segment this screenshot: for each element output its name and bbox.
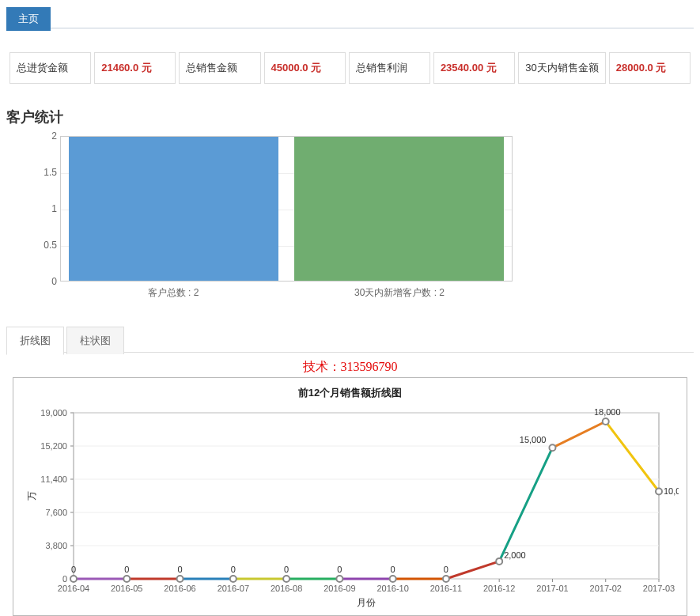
svg-point-64	[283, 576, 289, 582]
customer-bar-chart: 00.511.52 客户总数 : 230天内新增客户数 : 2	[30, 136, 513, 302]
line-chart-title: 前12个月销售额折线图	[13, 383, 687, 405]
purchase-value: 21460.0 元	[94, 52, 176, 84]
svg-text:0: 0	[284, 565, 289, 574]
profit-label: 总销售利润	[349, 52, 430, 84]
bar-ytick: 1.5	[44, 167, 57, 178]
sales-label: 总销售金额	[179, 52, 260, 84]
svg-point-76	[602, 418, 608, 425]
svg-point-74	[549, 444, 555, 451]
svg-text:11,400: 11,400	[40, 474, 67, 484]
svg-point-66	[336, 576, 342, 582]
svg-text:18,000: 18,000	[593, 407, 620, 417]
watermark-text: 技术：313596790	[6, 359, 694, 376]
customer-stats-title: 客户统计	[6, 108, 694, 127]
svg-text:2016-06: 2016-06	[164, 584, 195, 593]
page-tab-bar: 主页	[6, 6, 694, 28]
svg-point-78	[656, 488, 662, 494]
svg-text:万: 万	[26, 491, 37, 501]
svg-text:7,600: 7,600	[45, 508, 67, 517]
svg-point-60	[176, 576, 183, 582]
svg-line-54	[552, 421, 605, 448]
chart-type-tabs: 折线图 柱状图	[6, 326, 694, 353]
svg-point-72	[496, 558, 502, 565]
svg-text:2017-03: 2017-03	[642, 584, 674, 593]
svg-text:15,000: 15,000	[519, 435, 546, 444]
svg-point-58	[123, 576, 130, 582]
bar-0	[69, 137, 278, 281]
svg-text:0: 0	[230, 565, 235, 574]
line-chart-container: 前12个月销售额折线图 03,8007,60011,40015,20019,00…	[13, 377, 687, 616]
sales-line-chart: 03,8007,60011,40015,20019,0002016-042016…	[22, 405, 679, 610]
svg-text:0: 0	[443, 565, 448, 574]
bar-ytick: 0	[51, 276, 57, 287]
svg-text:15,200: 15,200	[40, 441, 67, 451]
svg-text:2016-12: 2016-12	[482, 584, 514, 593]
svg-point-56	[70, 576, 77, 582]
summary-stats: 总进货金额 21460.0 元 总销售金额 45000.0 元 总销售利润 23…	[6, 52, 694, 84]
svg-point-62	[229, 576, 236, 582]
svg-text:2016-08: 2016-08	[270, 584, 301, 593]
main-page-tab[interactable]: 主页	[6, 7, 51, 31]
svg-line-53	[499, 448, 552, 561]
svg-text:3,800: 3,800	[45, 541, 67, 550]
svg-text:10,000: 10,000	[664, 486, 679, 496]
svg-text:2017-02: 2017-02	[589, 584, 621, 593]
svg-text:0: 0	[390, 565, 395, 574]
bar-xlabel: 客户总数 : 2	[60, 282, 286, 302]
svg-text:19,000: 19,000	[40, 408, 67, 418]
svg-text:2016-04: 2016-04	[57, 584, 89, 593]
svg-line-55	[605, 421, 658, 491]
bar-ytick: 1	[51, 203, 57, 214]
bar-xlabel: 30天内新增客户数 : 2	[286, 282, 513, 302]
svg-point-68	[389, 576, 395, 582]
svg-point-70	[442, 576, 448, 582]
svg-text:0: 0	[70, 565, 75, 574]
sales-value: 45000.0 元	[264, 52, 346, 84]
svg-text:0: 0	[62, 574, 66, 584]
svg-text:2016-11: 2016-11	[429, 584, 461, 593]
bar-1	[294, 137, 504, 281]
svg-text:0: 0	[177, 565, 182, 574]
svg-text:月份: 月份	[357, 597, 376, 608]
svg-text:2016-10: 2016-10	[376, 584, 408, 593]
tab-bar-chart[interactable]: 柱状图	[66, 327, 124, 354]
profit-value: 23540.00 元	[433, 52, 515, 84]
svg-text:0: 0	[337, 565, 342, 574]
svg-text:2,000: 2,000	[504, 550, 526, 560]
svg-text:0: 0	[124, 565, 129, 574]
recent-label: 30天内销售金额	[518, 52, 605, 84]
bar-ytick: 0.5	[44, 240, 57, 251]
svg-text:2016-09: 2016-09	[324, 584, 355, 593]
svg-text:2017-01: 2017-01	[536, 584, 568, 593]
bar-ytick: 2	[51, 130, 57, 142]
svg-line-52	[445, 561, 498, 579]
tab-line-chart[interactable]: 折线图	[6, 327, 64, 355]
svg-text:2016-05: 2016-05	[111, 584, 142, 593]
recent-value: 28000.0 元	[609, 52, 691, 84]
svg-text:2016-07: 2016-07	[217, 584, 248, 593]
purchase-label: 总进货金额	[9, 52, 91, 84]
